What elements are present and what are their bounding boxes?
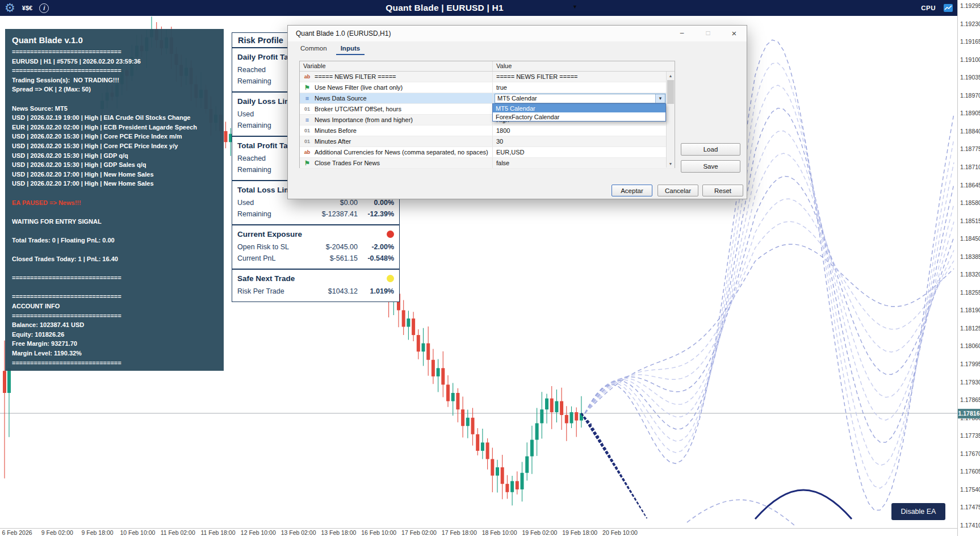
risk-row-label: Current PnL: [237, 253, 303, 264]
dropdown-option[interactable]: ForexFactory Calendar: [493, 112, 665, 121]
input-variable-label: Minutes After: [315, 138, 351, 145]
price-axis-label: 1.18255: [960, 289, 980, 296]
input-row[interactable]: abAdditional Currencies for News (comma …: [300, 147, 675, 158]
reset-button[interactable]: Reset: [702, 185, 743, 196]
combo-selected-value: MT5 Calendar: [495, 95, 655, 102]
string-type-icon: ab: [303, 149, 312, 155]
risk-row-label: Risk Per Trade: [237, 286, 303, 297]
input-value-cell[interactable]: EUR,USD: [493, 147, 667, 157]
dropdown-option[interactable]: MT5 Calendar: [493, 104, 665, 112]
price-axis-label: 1.18450: [960, 235, 980, 242]
minimize-icon[interactable]: –: [673, 27, 691, 39]
title-dropdown-caret-icon[interactable]: ▼: [572, 4, 577, 10]
table-scrollbar[interactable]: ▲ ▼: [666, 72, 675, 168]
maximize-icon[interactable]: □: [699, 27, 717, 39]
price-axis-label: 1.17865: [960, 396, 980, 403]
input-variable-cell: ⚑Use News Filter (live chart only): [300, 82, 493, 93]
currency-symbols-icon[interactable]: ¥$€: [22, 5, 32, 11]
time-axis-label: 17 Feb 02:00: [401, 529, 437, 536]
risk-row-percent: 1.019%: [358, 286, 394, 297]
accept-button[interactable]: Aceptar: [612, 185, 652, 196]
price-axis-label: 1.17475: [960, 504, 980, 510]
risk-row: Risk Per Trade$1043.121.019%: [237, 286, 394, 297]
time-axis-label: 13 Feb 02:00: [281, 529, 316, 536]
risk-row-label: Open Risk to SL: [237, 241, 303, 253]
ea-panel-line: Closed Trades Today: 1 | PnL: 16.40: [12, 254, 217, 264]
input-variable-cell: abAdditional Currencies for News (comma …: [300, 147, 493, 157]
ea-panel-line: ==============================: [12, 292, 217, 302]
enum-type-icon: ≡: [303, 95, 312, 102]
input-row[interactable]: ⚑Close Trades For Newsfalse: [300, 158, 675, 169]
tab-common[interactable]: Common: [296, 44, 332, 55]
price-axis-label: 1.18905: [960, 110, 980, 116]
ea-panel-line: ==============================: [12, 311, 217, 321]
price-axis[interactable]: 1.192951.192301.191651.191001.190351.189…: [957, 0, 980, 536]
input-value-cell[interactable]: 30: [493, 136, 667, 146]
input-value-cell[interactable]: ===== NEWS FILTER =====: [493, 72, 667, 82]
ea-settings-dialog: Quant Blade 1.0 (EURUSD,H1) – □ × Common…: [287, 25, 747, 199]
input-row[interactable]: ⚑Use News Filter (live chart only)true: [300, 82, 675, 93]
disable-ea-button[interactable]: Disable EA: [891, 503, 945, 520]
risk-section-title: Current Exposure: [237, 230, 394, 238]
settings-gear-icon[interactable]: ⚙: [5, 2, 15, 14]
price-axis-label: 1.17605: [960, 468, 980, 475]
int-type-icon: 01: [303, 106, 312, 112]
input-variable-label: Broker UTC/GMT OffSet, hours: [315, 106, 401, 112]
tab-inputs[interactable]: Inputs: [336, 44, 365, 55]
scrollbar-thumb[interactable]: [667, 80, 674, 104]
price-axis-label: 1.18970: [960, 92, 980, 99]
risk-section: Current ExposureOpen Risk to SL$-2045.00…: [232, 225, 399, 270]
ea-panel-line: USD | 2026.02.19 19:00 | High | EIA Crud…: [12, 113, 217, 123]
time-axis[interactable]: 6 Feb 20269 Feb 02:009 Feb 18:0010 Feb 1…: [0, 528, 957, 536]
mini-chart-icon[interactable]: [944, 4, 953, 12]
ea-panel-line: USD | 2026.02.20 17:00 | High | New Home…: [12, 179, 217, 189]
risk-row: Remaining$-12387.41-12.39%: [237, 208, 394, 220]
price-axis-label: 1.19295: [960, 2, 980, 9]
chart-title: Quant Blade | EURUSD | H1: [0, 3, 889, 13]
dialog-title-bar[interactable]: Quant Blade 1.0 (EURUSD,H1) – □ ×: [288, 26, 747, 41]
input-row[interactable]: ab===== NEWS FILTER ========== NEWS FILT…: [300, 72, 675, 82]
time-axis-label: 16 Feb 10:00: [361, 529, 396, 536]
risk-row: Open Risk to SL$-2045.00-2.00%: [237, 241, 394, 253]
risk-row-percent: -0.548%: [358, 253, 394, 264]
status-indicator-dot: [387, 275, 394, 282]
ea-panel-line: EURUSD | H1 | #57575 | 2026.02.20 23:59:…: [12, 57, 217, 66]
close-icon[interactable]: ×: [725, 27, 743, 39]
news-data-source-combo[interactable]: MT5 Calendar▾: [495, 94, 665, 103]
scroll-up-icon[interactable]: ▲: [667, 72, 675, 79]
scroll-down-icon[interactable]: ▼: [667, 160, 675, 168]
string-type-icon: ab: [303, 74, 312, 79]
info-icon[interactable]: i: [39, 3, 49, 13]
column-header-variable: Variable: [300, 61, 493, 71]
ea-panel-line: News Source: MT5: [12, 104, 217, 114]
combo-dropdown-arrow-icon[interactable]: ▾: [655, 94, 665, 103]
ea-panel-line: [12, 264, 217, 274]
ea-panel-line: EA PAUSED => News!!!: [12, 198, 217, 208]
ea-panel-line: USD | 2026.02.20 15:30 | High | GDP Sale…: [12, 160, 217, 170]
input-row[interactable]: 01Minutes After30: [300, 136, 675, 147]
input-variable-label: Close Trades For News: [315, 160, 380, 166]
input-value-cell[interactable]: true: [493, 82, 667, 93]
input-value-cell[interactable]: MT5 Calendar▾: [493, 93, 667, 103]
input-value-cell[interactable]: 1800: [493, 125, 667, 136]
risk-section: Safe Next TradeRisk Per Trade$1043.121.0…: [232, 270, 399, 302]
ea-panel-line: WAITING FOR ENTRY SIGNAL: [12, 217, 217, 227]
save-button[interactable]: Save: [681, 160, 740, 173]
risk-row-label: Remaining: [237, 208, 303, 220]
input-variable-label: ===== NEWS FILTER =====: [315, 73, 396, 80]
ea-panel-line: [12, 94, 217, 104]
input-variable-cell: 01Minutes Before: [300, 125, 493, 136]
dialog-title: Quant Blade 1.0 (EURUSD,H1): [288, 30, 391, 37]
ea-panel-line: Margin Level: 1190.32%: [12, 349, 217, 358]
ea-panel-line: ==============================: [12, 47, 217, 57]
cancel-button[interactable]: Cancelar: [657, 185, 698, 196]
input-row[interactable]: ≡News Data SourceMT5 Calendar▾: [300, 93, 675, 104]
load-button[interactable]: Load: [681, 143, 740, 156]
input-value-cell[interactable]: false: [493, 158, 667, 168]
price-axis-label: 1.18060: [960, 342, 980, 349]
news-data-source-dropdown: MT5 CalendarForexFactory Calendar: [492, 103, 666, 122]
time-axis-label: 12 Feb 10:00: [241, 529, 276, 536]
ea-panel-line: Trading Session(s): NO TRADING!!!: [12, 76, 217, 85]
time-axis-label: 18 Feb 10:00: [482, 529, 517, 536]
input-row[interactable]: 01Minutes Before1800: [300, 125, 675, 136]
